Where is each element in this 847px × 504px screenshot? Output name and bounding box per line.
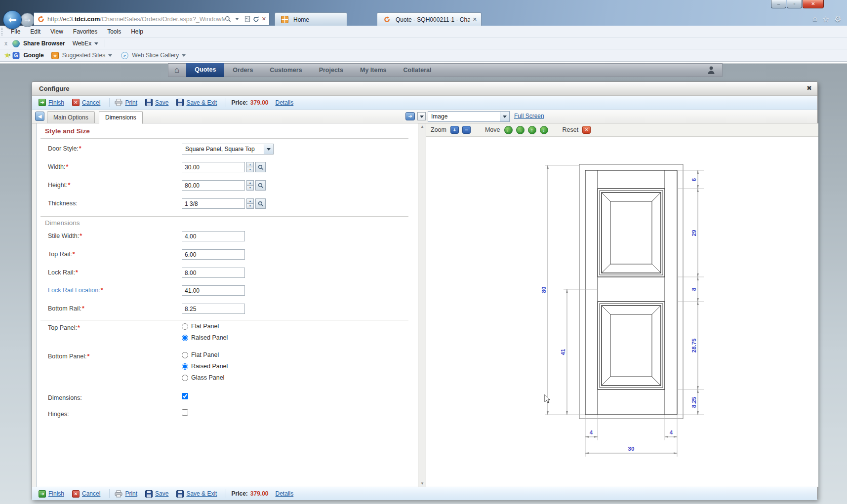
menu-help[interactable]: Help (126, 28, 148, 35)
finish-link[interactable]: Finish (48, 99, 64, 106)
search-dropdown-icon[interactable] (235, 18, 239, 20)
nav-item-collateral[interactable]: Collateral (395, 64, 440, 77)
cancel-link[interactable]: Cancel (82, 99, 100, 106)
cancel-link-bottom[interactable]: Cancel (82, 490, 100, 497)
bottom-panel-raised-radio[interactable] (182, 363, 188, 370)
dimensions-checkbox[interactable] (182, 393, 188, 399)
menu-view[interactable]: View (45, 28, 68, 35)
webex-menu[interactable]: WebEx (73, 40, 91, 47)
window-minimize-button[interactable]: – (771, 0, 786, 8)
save-and-exit-link[interactable]: Save & Exit (186, 99, 217, 106)
move-up-button[interactable]: ↑ (528, 126, 536, 134)
refresh-icon[interactable] (253, 16, 259, 22)
dialog-close-icon[interactable]: ✖ (807, 84, 812, 92)
thickness-lookup-button[interactable] (255, 198, 266, 209)
splitter-collapse-up-icon[interactable]: ▲ (420, 124, 424, 129)
print-link[interactable]: Print (125, 99, 137, 106)
zoom-out-button[interactable]: − (462, 126, 471, 134)
settings-gear-icon[interactable]: ⚙ (834, 14, 841, 24)
menu-edit[interactable]: Edit (25, 28, 45, 35)
hinges-checkbox[interactable] (182, 409, 188, 416)
stile-width-input[interactable] (182, 231, 245, 241)
search-icon[interactable] (225, 16, 231, 22)
save-link[interactable]: Save (155, 99, 168, 106)
finish-link-bottom[interactable]: Finish (48, 490, 64, 497)
save-and-exit-link-bottom[interactable]: Save & Exit (186, 490, 217, 497)
lock-rail-location-label[interactable]: Lock Rail Location:* (48, 287, 103, 294)
favorite-google[interactable]: Google (23, 52, 43, 59)
width-input[interactable] (182, 162, 245, 172)
window-maximize-button[interactable]: ▫ (787, 0, 802, 8)
viewer-mode-select[interactable]: Image (428, 111, 510, 122)
bottom-panel-flat-radio[interactable] (182, 352, 188, 358)
details-link-bottom[interactable]: Details (276, 490, 294, 497)
top-panel-flat-option[interactable]: Flat Panel (182, 323, 219, 330)
tab-scroll-back-button[interactable]: ◀ (35, 112, 44, 121)
add-favorite-star-icon[interactable]: ★+ (4, 51, 10, 60)
suggested-sites-dropdown-icon[interactable] (108, 54, 112, 57)
move-left-button[interactable]: ← (504, 126, 513, 134)
address-bar[interactable]: http://ec3.tdci.com/ChannelSales/Orders/… (34, 12, 270, 26)
top-panel-raised-radio[interactable] (182, 335, 188, 341)
window-close-button[interactable]: ✕ (803, 0, 824, 8)
favorites-star-icon[interactable]: ☆ (822, 14, 829, 24)
compatibility-view-icon[interactable] (244, 16, 250, 22)
nav-item-orders[interactable]: Orders (224, 64, 261, 77)
move-right-button[interactable]: → (516, 126, 524, 134)
nav-item-projects[interactable]: Projects (311, 64, 352, 77)
lock-rail-location-input[interactable] (182, 285, 245, 296)
tab-dimensions[interactable]: Dimensions (99, 111, 143, 124)
bottom-rail-input[interactable] (182, 304, 245, 314)
menu-tools[interactable]: Tools (102, 28, 126, 35)
browser-back-button[interactable]: ⬅ (3, 10, 22, 29)
top-rail-input[interactable] (182, 249, 245, 260)
browser-forward-button[interactable]: ➝ (20, 13, 35, 27)
browser-tab-home[interactable]: Home (275, 12, 347, 26)
tab-close-icon[interactable]: ✕ (473, 16, 477, 23)
share-browser-button[interactable]: Share Browser (23, 40, 65, 47)
thickness-spinner[interactable]: ▲▼ (246, 198, 254, 209)
save-link-bottom[interactable]: Save (155, 490, 168, 497)
menu-file[interactable]: File (6, 28, 25, 35)
panel-dropdown-button[interactable] (417, 112, 426, 120)
stop-icon[interactable]: ✕ (262, 16, 266, 22)
door-style-select[interactable]: Square Panel, Square Top (182, 144, 274, 155)
door-style-dropdown-icon[interactable] (264, 144, 273, 154)
width-lookup-button[interactable] (255, 162, 266, 172)
toolbar-close-icon[interactable]: x (4, 40, 7, 47)
width-spinner[interactable]: ▲▼ (246, 162, 254, 172)
webex-dropdown-icon[interactable] (94, 42, 98, 45)
viewer-mode-dropdown-icon[interactable] (500, 112, 509, 121)
top-panel-flat-radio[interactable] (182, 323, 188, 330)
browser-home-icon[interactable]: ⌂ (812, 14, 817, 24)
pane-splitter[interactable]: ▲ ▼ (418, 123, 426, 487)
details-link[interactable]: Details (276, 99, 294, 106)
browser-tab-quote[interactable]: Quote - SQH000211-1 - Cha... ✕ (377, 12, 482, 26)
menu-favorites[interactable]: Favorites (68, 28, 102, 35)
lock-rail-input[interactable] (182, 268, 245, 278)
bottom-panel-glass-option[interactable]: Glass Panel (182, 374, 224, 381)
print-link-bottom[interactable]: Print (125, 490, 137, 497)
nav-home-icon[interactable]: ⌂ (174, 65, 179, 75)
height-input[interactable] (182, 180, 245, 191)
full-screen-link[interactable]: Full Screen (514, 113, 544, 119)
move-down-button[interactable]: ↓ (540, 126, 548, 134)
thickness-input[interactable] (182, 198, 245, 209)
nav-item-customers[interactable]: Customers (261, 64, 310, 77)
bottom-panel-raised-option[interactable]: Raised Panel (182, 363, 228, 370)
user-profile-icon[interactable] (707, 66, 715, 75)
nav-item-my-items[interactable]: My Items (352, 64, 395, 77)
favorite-web-slice-gallery[interactable]: Web Slice Gallery (132, 52, 179, 59)
bottom-panel-glass-radio[interactable] (182, 375, 188, 381)
bottom-panel-flat-option[interactable]: Flat Panel (182, 351, 219, 358)
height-spinner[interactable]: ▲▼ (246, 180, 254, 191)
web-slice-dropdown-icon[interactable] (182, 54, 186, 57)
favorite-suggested-sites[interactable]: Suggested Sites (62, 52, 105, 59)
expand-panel-button[interactable]: ➜ (405, 112, 415, 120)
height-lookup-button[interactable] (255, 180, 266, 191)
splitter-collapse-down-icon[interactable]: ▼ (420, 481, 424, 486)
zoom-in-button[interactable]: + (450, 126, 459, 134)
top-panel-raised-option[interactable]: Raised Panel (182, 334, 228, 341)
reset-view-button[interactable]: ✕ (582, 126, 591, 134)
nav-item-quotes[interactable]: Quotes (186, 63, 224, 77)
